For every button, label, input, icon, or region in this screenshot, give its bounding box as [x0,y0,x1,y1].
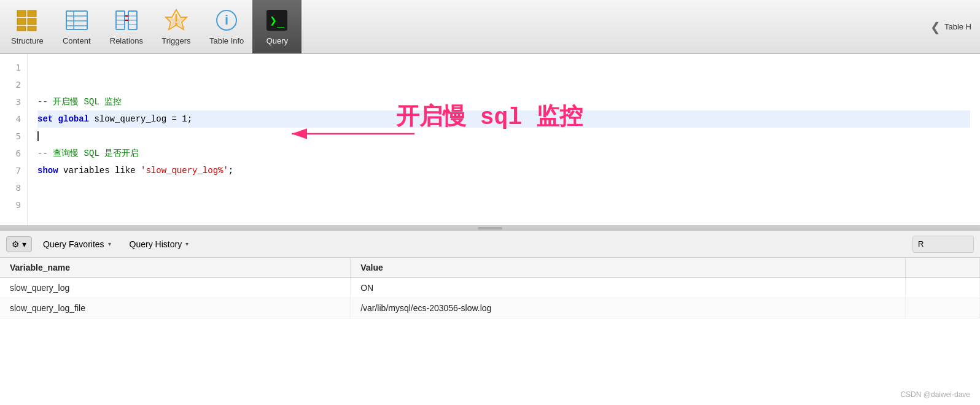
query-favorites-button[interactable]: Query Favorites ▾ [36,237,119,252]
bottom-toolbar: ⚙ ▾ Query Favorites ▾ Query History ▾ [0,231,980,258]
tab-content-label: Content [63,36,91,45]
tab-structure[interactable]: Structure [2,0,52,53]
editor-area[interactable]: 1 2 3 4 5 6 7 8 9 -- 开启慢 SQL 监控 set glob… [0,54,980,226]
tab-relations[interactable]: Relations [101,0,152,53]
watermark: CSDN @daiwei-dave [900,390,970,399]
table-h-label: Table H [944,22,971,31]
text-cursor [37,131,39,141]
svg-rect-6 [66,11,87,29]
query-history-label: Query History [130,239,182,249]
code-line-4: set global slow_query_log = 1; [37,110,970,128]
structure-icon [15,8,39,33]
code-line-9 [37,196,970,214]
svg-rect-5 [28,26,36,31]
code-line-6: -- 查询慢 SQL 是否开启 [37,145,970,162]
keyword-show: show [37,162,58,179]
code-slow-query: slow_query_log = 1; [89,110,192,128]
svg-rect-2 [17,18,26,25]
tab-tableinfo-label: Table Info [209,36,244,45]
splitter-handle [478,227,502,230]
gear-dropdown-arrow: ▾ [22,239,26,249]
cell-variable-2: slow_query_log_file [0,298,351,318]
col-value: Value [351,258,906,278]
triggers-icon [164,8,189,33]
history-chevron-icon: ▾ [185,241,189,247]
query-favorites-label: Query Favorites [43,239,104,249]
tab-query[interactable]: ❯_ Query [252,0,301,53]
svg-rect-3 [28,18,36,25]
svg-rect-1 [28,10,36,17]
results-table: Variable_name Value slow_query_log ON sl… [0,258,980,318]
col-variable-name: Variable_name [0,258,351,278]
code-line-8 [37,179,970,196]
tab-query-label: Query [266,36,288,45]
run-input[interactable] [912,236,974,253]
gear-icon: ⚙ [12,239,20,249]
tab-triggers[interactable]: Triggers [152,0,201,53]
tab-tableinfo[interactable]: i Table Info [201,0,252,53]
code-line-5 [37,128,970,145]
collapse-icon[interactable]: ❮ [930,20,941,34]
cell-value-1: ON [351,278,906,298]
table-row[interactable]: slow_query_log ON [0,278,980,298]
code-line-2 [37,76,970,93]
keyword-set: set global [37,110,89,128]
svg-text:❯_: ❯_ [270,13,285,28]
svg-rect-4 [17,26,26,31]
tableinfo-icon: i [214,8,239,33]
bottom-section: ⚙ ▾ Query Favorites ▾ Query History ▾ Va… [0,231,980,405]
results-area[interactable]: Variable_name Value slow_query_log ON sl… [0,258,980,405]
tab-triggers-label: Triggers [161,36,190,45]
cell-variable-1: slow_query_log [0,278,351,298]
code-variables: variables like [58,162,141,179]
table-header-row: Variable_name Value [0,258,980,278]
tab-structure-label: Structure [11,36,44,45]
query-history-button[interactable]: Query History ▾ [122,237,196,252]
query-icon: ❯_ [265,8,289,33]
content-icon [64,8,89,33]
svg-point-24 [175,23,177,25]
svg-rect-0 [17,10,26,17]
toolbar-right: ❮ Table H [930,0,978,53]
svg-text:i: i [225,12,228,28]
code-editor[interactable]: -- 开启慢 SQL 监控 set global slow_query_log … [28,54,980,225]
code-semicolon: ; [228,162,233,179]
line-numbers: 1 2 3 4 5 6 7 8 9 [0,54,28,225]
toolbar: Structure Content [0,0,980,54]
comment-1: -- 开启慢 SQL 监控 [37,93,122,110]
relations-icon [114,8,139,33]
cell-extra-2 [905,298,979,318]
string-param: 'slow_query_log%' [141,162,228,179]
cell-value-2: /var/lib/mysql/ecs-203056-slow.log [351,298,906,318]
cell-extra-1 [905,278,979,298]
gear-button[interactable]: ⚙ ▾ [6,236,32,252]
tab-content[interactable]: Content [52,0,101,53]
tab-relations-label: Relations [110,36,143,45]
comment-2: -- 查询慢 SQL 是否开启 [37,145,139,162]
favorites-chevron-icon: ▾ [108,241,111,247]
table-row[interactable]: slow_query_log_file /var/lib/mysql/ecs-2… [0,298,980,318]
code-line-1 [37,59,970,76]
code-line-7: show variables like 'slow_query_log%' ; [37,162,970,179]
code-line-3: -- 开启慢 SQL 监控 [37,93,970,110]
col-extra [905,258,979,278]
splitter[interactable] [0,226,980,231]
